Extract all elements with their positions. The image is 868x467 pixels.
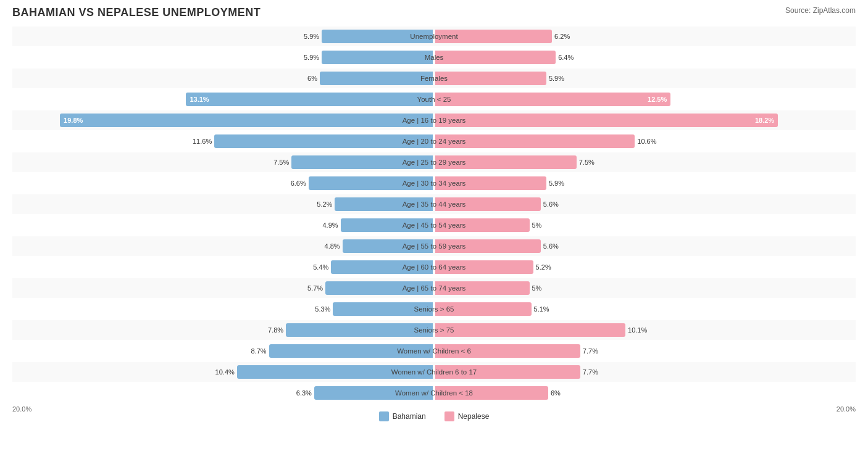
bar-value-right: 5% bbox=[532, 221, 542, 229]
bar-left bbox=[322, 30, 433, 43]
bar-value-right-inside: 12.5% bbox=[648, 96, 667, 103]
bar-value-left: 10.4% bbox=[215, 368, 235, 376]
bar-left bbox=[286, 323, 433, 337]
row-left: 5.7% bbox=[12, 281, 434, 295]
bar-value-left: 6.6% bbox=[291, 180, 306, 187]
bar-value-right: 7.7% bbox=[583, 347, 598, 355]
chart-row: 5.2%5.6%Age | 35 to 44 years bbox=[12, 194, 856, 214]
chart-row: 10.4%7.7%Women w/ Children 6 to 17 bbox=[12, 362, 856, 382]
row-left: 13.1% bbox=[12, 93, 434, 106]
row-left: 6.6% bbox=[12, 176, 434, 190]
bar-value-right: 6% bbox=[551, 389, 561, 397]
row-left: 7.5% bbox=[12, 155, 434, 169]
bar-right bbox=[435, 323, 625, 337]
chart-row: 6.3%6%Women w/ Children < 18 bbox=[12, 383, 856, 403]
row-left: 10.4% bbox=[12, 365, 434, 379]
chart-row: 4.8%5.6%Age | 55 to 59 years bbox=[12, 236, 856, 256]
bar-left: 13.1% bbox=[186, 93, 433, 106]
row-left: 5.9% bbox=[12, 30, 434, 43]
row-left: 5.9% bbox=[12, 51, 434, 64]
chart-row: 6%5.9%Females bbox=[12, 68, 856, 88]
bar-right bbox=[435, 239, 541, 253]
bar-value-right: 6.4% bbox=[558, 54, 574, 61]
bar-value-right: 10.1% bbox=[628, 326, 647, 334]
row-left: 7.8% bbox=[12, 323, 434, 337]
chart-row: 5.7%5%Age | 65 to 74 years bbox=[12, 278, 856, 298]
bar-value-left: 5.3% bbox=[315, 305, 330, 313]
bar-value-right: 5% bbox=[532, 284, 542, 292]
bar-value-right: 5.9% bbox=[549, 180, 564, 187]
chart-row: 7.5%7.5%Age | 25 to 29 years bbox=[12, 152, 856, 172]
bar-left bbox=[333, 302, 433, 316]
bar-left bbox=[335, 197, 433, 211]
bar-value-left: 6.3% bbox=[296, 389, 312, 397]
chart-row: 5.9%6.2%Unemployment bbox=[12, 27, 856, 46]
bar-value-left: 4.8% bbox=[325, 242, 340, 250]
legend-nepalese-label: Nepalese bbox=[458, 412, 490, 421]
chart-container: BAHAMIAN VS NEPALESE UNEMPLOYMENT Source… bbox=[12, 6, 856, 421]
row-left: 11.6% bbox=[12, 134, 434, 148]
bar-right bbox=[435, 218, 530, 232]
chart-source: Source: ZipAtlas.com bbox=[785, 6, 856, 15]
legend-bahamian-box bbox=[379, 411, 389, 421]
bar-value-left: 5.4% bbox=[313, 263, 328, 271]
bar-left bbox=[269, 344, 433, 358]
row-left: 8.7% bbox=[12, 344, 434, 358]
bar-left bbox=[341, 218, 433, 232]
row-right: 5% bbox=[434, 281, 856, 295]
bar-left bbox=[343, 239, 433, 253]
row-left: 5.2% bbox=[12, 197, 434, 211]
bar-value-right: 6.2% bbox=[554, 33, 570, 40]
bar-value-left: 7.5% bbox=[273, 159, 289, 166]
bar-value-right: 5.2% bbox=[536, 263, 551, 271]
bar-value-left: 5.2% bbox=[317, 200, 332, 208]
bar-right bbox=[435, 155, 577, 169]
bar-value-right: 5.6% bbox=[543, 242, 559, 250]
bar-right: 12.5% bbox=[435, 93, 670, 106]
row-right: 6.2% bbox=[434, 30, 856, 43]
chart-row: 7.8%10.1%Seniors > 75 bbox=[12, 320, 856, 340]
bar-right bbox=[435, 281, 530, 295]
bar-left bbox=[325, 281, 433, 295]
bar-right bbox=[435, 72, 546, 85]
row-right: 10.1% bbox=[434, 323, 856, 337]
row-right: 7.7% bbox=[434, 365, 856, 379]
row-right: 6% bbox=[434, 386, 856, 400]
bar-right bbox=[435, 197, 541, 211]
chart-row: 11.6%10.6%Age | 20 to 24 years bbox=[12, 131, 856, 151]
axis-row: 20.0% Bahamian Nepalese 20.0% bbox=[12, 405, 856, 421]
chart-row: 8.7%7.7%Women w/ Children < 6 bbox=[12, 341, 856, 361]
bar-left bbox=[237, 365, 433, 379]
bar-value-left: 6% bbox=[307, 75, 317, 82]
bar-left bbox=[214, 134, 433, 148]
bar-value-right: 5.6% bbox=[543, 200, 559, 208]
bar-right bbox=[435, 260, 533, 274]
bar-value-left: 5.9% bbox=[304, 33, 319, 40]
bar-right: 18.2% bbox=[435, 114, 778, 127]
bar-left bbox=[322, 51, 433, 64]
bar-left bbox=[314, 386, 433, 400]
row-right: 5% bbox=[434, 218, 856, 232]
bar-left bbox=[331, 260, 433, 274]
chart-row: 4.9%5%Age | 45 to 54 years bbox=[12, 215, 856, 235]
bar-value-left: 4.9% bbox=[322, 221, 338, 229]
chart-row: 5.9%6.4%Males bbox=[12, 48, 856, 67]
row-right: 5.9% bbox=[434, 72, 856, 85]
row-left: 6% bbox=[12, 72, 434, 85]
bar-value-left: 8.7% bbox=[251, 347, 267, 355]
bar-right bbox=[435, 365, 580, 379]
bar-value-right-inside: 18.2% bbox=[755, 117, 774, 124]
bar-value-right: 5.9% bbox=[549, 75, 564, 82]
axis-right: 20.0% bbox=[837, 405, 856, 421]
chart-row: 13.1%12.5%Youth < 25 bbox=[12, 89, 856, 109]
chart-area: 5.9%6.2%Unemployment5.9%6.4%Males6%5.9%F… bbox=[12, 27, 856, 403]
bar-right bbox=[435, 386, 548, 400]
row-right: 5.1% bbox=[434, 302, 856, 316]
chart-row: 5.3%5.1%Seniors > 65 bbox=[12, 299, 856, 319]
chart-row: 19.8%18.2%Age | 16 to 19 years bbox=[12, 110, 856, 130]
row-right: 7.7% bbox=[434, 344, 856, 358]
row-left: 4.9% bbox=[12, 218, 434, 232]
bar-value-left: 7.8% bbox=[268, 326, 283, 334]
row-left: 5.3% bbox=[12, 302, 434, 316]
row-right: 10.6% bbox=[434, 134, 856, 148]
